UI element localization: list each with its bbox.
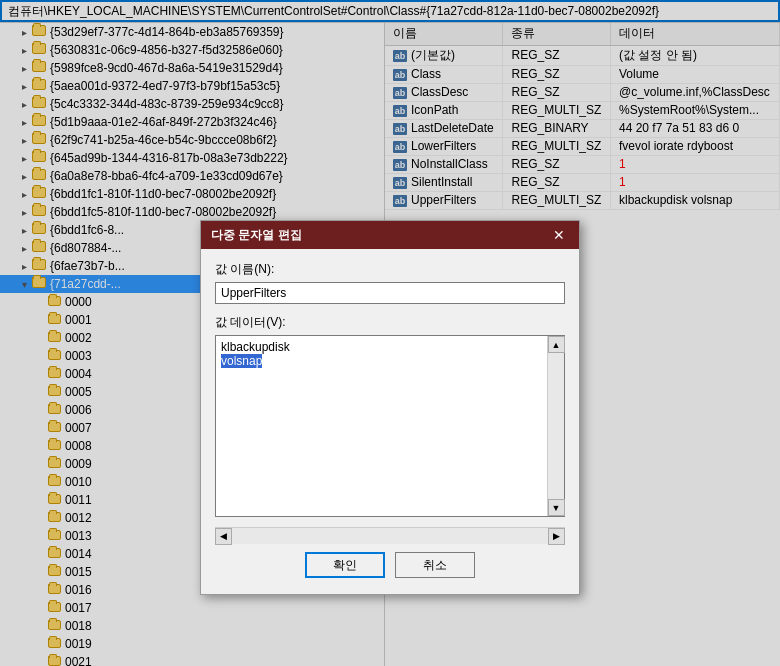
data-field-label: 값 데이터(V): (215, 314, 565, 331)
dialog-titlebar: 다중 문자열 편집 ✕ (201, 221, 579, 249)
dialog-buttons: 확인 취소 (215, 544, 565, 582)
scroll-right-arrow[interactable]: ▶ (548, 528, 565, 545)
hscroll-track[interactable] (232, 528, 548, 544)
scroll-track[interactable] (548, 353, 564, 499)
name-field-label: 값 이름(N): (215, 261, 565, 278)
dialog-body: 값 이름(N): 값 데이터(V): ▲ ▼ ◀ ▶ 확인 취소 (201, 249, 579, 594)
vertical-scrollbar[interactable]: ▲ ▼ (547, 336, 564, 516)
modal-overlay: 다중 문자열 편집 ✕ 값 이름(N): 값 데이터(V): ▲ ▼ ◀ (0, 0, 780, 666)
scroll-down-arrow[interactable]: ▼ (548, 499, 565, 516)
dialog-close-button[interactable]: ✕ (549, 225, 569, 245)
data-textarea-wrapper: ▲ ▼ (215, 335, 565, 517)
dialog-title: 다중 문자열 편집 (211, 227, 302, 244)
ok-button[interactable]: 확인 (305, 552, 385, 578)
cancel-button[interactable]: 취소 (395, 552, 475, 578)
data-textarea[interactable] (216, 336, 546, 516)
name-input[interactable] (215, 282, 565, 304)
scroll-up-arrow[interactable]: ▲ (548, 336, 565, 353)
edit-multistring-dialog: 다중 문자열 편집 ✕ 값 이름(N): 값 데이터(V): ▲ ▼ ◀ (200, 220, 580, 595)
scroll-left-arrow[interactable]: ◀ (215, 528, 232, 545)
horizontal-scrollbar[interactable]: ◀ ▶ (215, 527, 565, 544)
